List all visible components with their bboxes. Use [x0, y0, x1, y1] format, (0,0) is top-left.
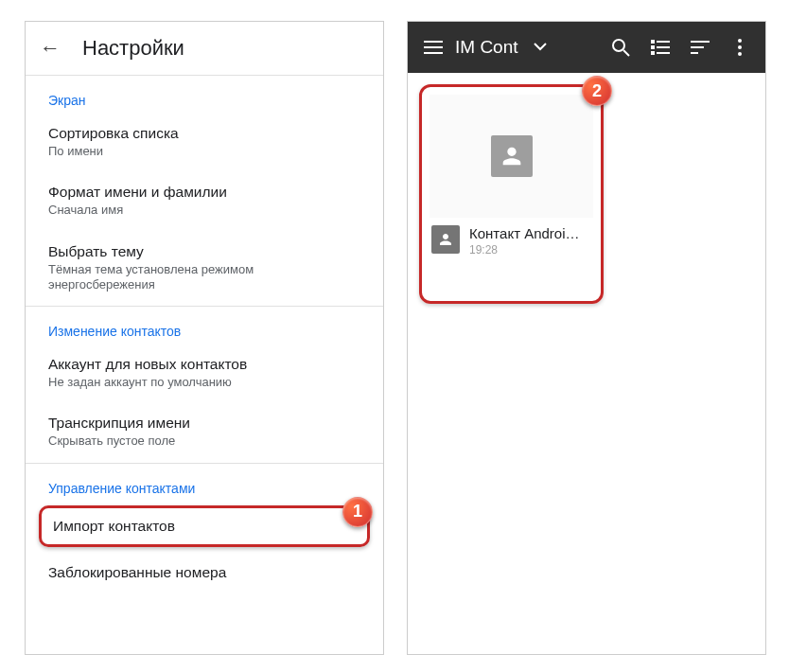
row-sub: Скрывать пустое поле	[48, 433, 360, 449]
file-thumbnail	[430, 95, 593, 218]
group-header-manage: Управление контактами	[26, 464, 383, 502]
settings-panel: ← Настройки Экран Сортировка списка По и…	[25, 21, 384, 655]
file-name: Контакт Androi…	[469, 225, 580, 241]
row-sub: Сначала имя	[48, 203, 360, 218]
svg-rect-7	[651, 45, 655, 49]
contact-icon	[491, 135, 533, 177]
row-title: Заблокированные номера	[48, 564, 360, 581]
row-title: Формат имени и фамилии	[48, 184, 360, 201]
row-name-format[interactable]: Формат имени и фамилии Сначала имя	[26, 172, 383, 231]
row-title: Выбрать тему	[48, 243, 360, 260]
file-time: 19:28	[469, 243, 580, 256]
row-sub: Не задан аккаунт по умолчанию	[48, 375, 360, 390]
settings-title: Настройки	[82, 36, 184, 61]
contact-small-icon	[431, 225, 460, 254]
svg-rect-5	[651, 40, 655, 44]
file-manager-appbar: IM Cont	[408, 22, 765, 73]
settings-appbar: ← Настройки	[26, 22, 383, 75]
row-title: Аккаунт для новых контактов	[48, 356, 360, 373]
svg-rect-12	[691, 46, 704, 48]
sort-icon[interactable]	[680, 27, 720, 67]
svg-rect-6	[657, 41, 670, 43]
file-manager-title[interactable]: IM Cont	[453, 37, 520, 58]
row-title: Транскрипция имени	[48, 415, 360, 432]
search-icon[interactable]	[601, 27, 640, 67]
svg-rect-11	[691, 41, 710, 43]
svg-point-16	[738, 52, 742, 56]
svg-rect-0	[424, 41, 443, 43]
svg-rect-1	[424, 46, 443, 48]
settings-list: Экран Сортировка списка По имени Формат …	[26, 75, 383, 594]
svg-point-3	[613, 40, 624, 51]
svg-rect-8	[657, 46, 670, 48]
row-title: Сортировка списка	[48, 125, 360, 142]
row-blocked-numbers[interactable]: Заблокированные номера	[26, 553, 383, 594]
chevron-down-icon[interactable]	[520, 27, 560, 67]
svg-line-4	[623, 50, 629, 56]
row-sub: Тёмная тема установлена режимом энергосб…	[48, 262, 360, 293]
svg-point-14	[738, 39, 742, 43]
row-name-transcription[interactable]: Транскрипция имени Скрывать пустое поле	[26, 403, 383, 462]
svg-rect-10	[657, 52, 670, 54]
group-header-screen: Экран	[26, 76, 383, 114]
file-card[interactable]: Контакт Androi… 19:28 2	[419, 84, 604, 304]
row-sub: По имени	[48, 144, 360, 159]
svg-rect-9	[651, 51, 655, 55]
more-icon[interactable]	[720, 27, 760, 67]
row-default-account[interactable]: Аккаунт для новых контактов Не задан акк…	[26, 345, 383, 403]
file-meta-row: Контакт Androi… 19:28	[430, 218, 593, 256]
menu-icon[interactable]	[413, 27, 453, 67]
svg-rect-2	[424, 52, 443, 54]
callout-badge-1: 1	[342, 497, 373, 527]
row-sort-order[interactable]: Сортировка списка По имени	[26, 114, 383, 172]
row-theme[interactable]: Выбрать тему Тёмная тема установлена реж…	[26, 232, 383, 307]
view-list-icon[interactable]	[640, 27, 680, 67]
group-header-edit: Изменение контактов	[26, 307, 383, 345]
row-title: Импорт контактов	[53, 518, 356, 535]
row-import-contacts[interactable]: Импорт контактов 1	[39, 505, 370, 547]
back-arrow-icon[interactable]: ←	[37, 35, 63, 62]
svg-rect-13	[691, 52, 698, 54]
callout-badge-2: 2	[582, 76, 612, 106]
file-manager-body: Контакт Androi… 19:28 2	[408, 73, 765, 654]
svg-point-15	[738, 45, 742, 49]
file-manager-panel: IM Cont	[407, 21, 766, 655]
